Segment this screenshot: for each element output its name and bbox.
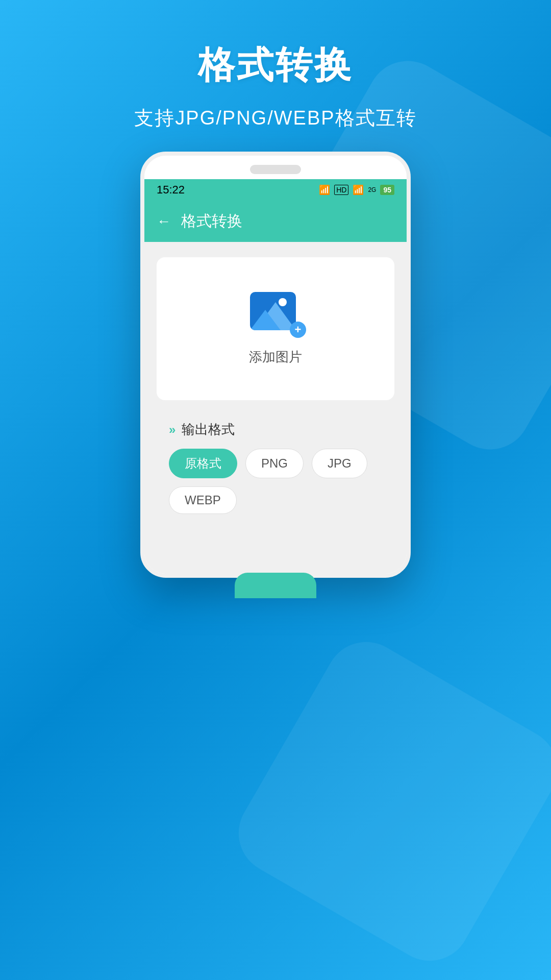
app-toolbar: ← 格式转换 [144,201,407,242]
hd-icon: HD [334,185,348,195]
output-format-section: » 输出格式 原格式 PNG JPG WEBP [157,421,394,529]
sub-title: 支持JPG/PNG/WEBP格式互转 [134,105,416,131]
format-buttons: 原格式 PNG JPG WEBP [169,449,382,514]
status-icons: 📶 HD 📶 2G 95 [319,184,394,195]
app-content: + 添加图片 » 输出格式 原格式 PNG JPG WEBP [144,242,407,574]
upload-card[interactable]: + 添加图片 [157,257,394,400]
phone-mockup: 15:22 📶 HD 📶 2G 95 ← 格式转换 [140,152,411,578]
status-time: 15:22 [157,183,185,197]
format-btn-jpg[interactable]: JPG [312,449,367,478]
section-arrow-icon: » [169,423,176,437]
signal-4g-icon: 📶 [353,184,364,195]
add-image-icon-container: + [250,292,301,333]
wifi-icon: 📶 [319,184,330,195]
phone-screen: 15:22 📶 HD 📶 2G 95 ← 格式转换 [144,179,407,574]
mountain-small [250,310,281,330]
section-title: 输出格式 [182,421,235,438]
section-header: » 输出格式 [169,421,382,438]
status-bar: 15:22 📶 HD 📶 2G 95 [144,179,407,201]
image-icon-bg [250,292,296,330]
plus-badge-icon: + [290,322,306,338]
format-btn-webp[interactable]: WEBP [169,486,237,514]
speaker-bar [250,165,301,174]
format-btn-png[interactable]: PNG [245,449,304,478]
header-section: 格式转换 支持JPG/PNG/WEBP格式互转 [134,0,416,131]
page-root: 格式转换 支持JPG/PNG/WEBP格式互转 15:22 📶 HD 📶 2G … [0,0,551,980]
upload-text: 添加图片 [249,348,302,366]
battery-icon: 95 [380,185,394,195]
phone-speaker [144,156,407,179]
format-btn-original[interactable]: 原格式 [169,449,237,478]
toolbar-title: 格式转换 [181,211,242,232]
bottom-action-hint[interactable] [235,573,316,598]
main-title: 格式转换 [134,41,416,90]
back-button[interactable]: ← [157,213,171,230]
signal-2g-icon: 2G [368,186,376,193]
